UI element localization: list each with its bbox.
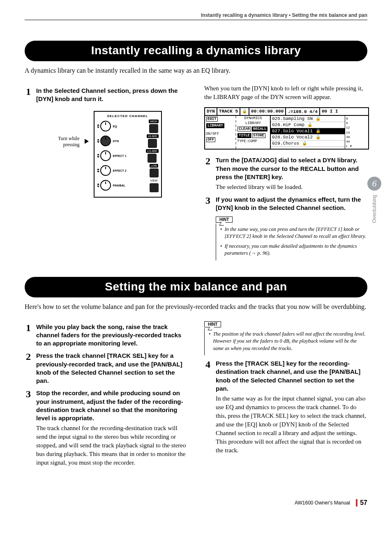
step-body: In the same way as for the input channel… — [216, 394, 367, 455]
sec2-step-1: 1 While you play back the song, raise th… — [25, 323, 188, 348]
screen-tab: OFF — [206, 137, 215, 142]
panel-row-panbal: PAN/BAL VIEW — [97, 179, 159, 192]
step-heading: In the Selected Channel section, press d… — [36, 87, 188, 104]
screen-button-store: STORE — [252, 133, 265, 138]
button-label: HIGH — [149, 120, 159, 123]
lock-icon: 🔒 — [302, 141, 307, 146]
hint-item: In the same way, you can press and turn … — [224, 226, 367, 240]
selected-channel-figure: Turn while pressing SELECTED CHANNEL EQ … — [25, 111, 188, 198]
screen-tab-selected: LIBRARY — [206, 123, 224, 128]
square-button-icon — [148, 139, 157, 148]
library-item-selected: 027.Solo Vocal1 🔒 — [271, 128, 345, 134]
step-body: The track channel for the recording-dest… — [36, 424, 188, 467]
manual-title: AW1600 Owner's Manual — [295, 500, 350, 506]
dyn-library-screen: DYN TRACK 5 🔒 00:00:00.000 ♩=108.0 4/4 0… — [204, 107, 367, 150]
sec1-step-3: 3 If you want to adjust the dynamics eff… — [204, 196, 367, 212]
hint-tag: HINT — [204, 321, 221, 327]
hint-list: The position of the track channel faders… — [204, 328, 367, 356]
knob-label: PAN/BAL — [113, 184, 126, 187]
lock-icon: 🔒 — [316, 135, 321, 140]
panel-header: SELECTED CHANNEL — [97, 114, 159, 118]
lock-icon: 🔒 — [316, 129, 321, 134]
button-label: LO-MID — [146, 149, 159, 153]
lock-icon: 🔒 — [307, 123, 312, 127]
screen-mid-title1: DYNAMICS — [236, 116, 270, 121]
section-intro-dynamics: A dynamics library can be instantly reca… — [25, 67, 367, 74]
section-title-dynamics: Instantly recalling a dynamics library — [25, 41, 367, 61]
sec1-step-2: 2 Turn the [DATA/JOG] dial to select a D… — [204, 156, 367, 181]
button-label: HI-MID — [147, 134, 158, 138]
step-body: The selected library will be loaded. — [216, 183, 367, 191]
screen-type-label: TYPE:COMP — [236, 139, 270, 144]
sec1-step-1: 1 In the Selected Channel section, press… — [25, 87, 188, 104]
step-heading: Stop the recorder, and while producing s… — [36, 389, 188, 422]
lock-icon: 🔒 — [240, 108, 249, 115]
knob-label: EFFECT 1 — [113, 154, 127, 157]
step-number: 1 — [25, 87, 32, 97]
hint-item: The position of the track channel faders… — [213, 331, 367, 352]
step-number: 4 — [204, 359, 212, 369]
hint-list: In the same way, you can press and turn … — [216, 223, 367, 260]
hint-tag: HINT — [216, 216, 233, 223]
arrow-right-icon — [85, 139, 89, 144]
square-button-icon — [148, 154, 157, 163]
screen-button-recall: RECALL — [252, 127, 267, 131]
knob-icon — [100, 180, 111, 191]
square-button-icon — [150, 183, 159, 192]
chapter-name-vertical: Overdubbing — [371, 195, 377, 223]
button-label: LOW — [150, 164, 159, 168]
knob-icon — [100, 121, 111, 131]
section-intro-mix: Here's how to set the volume balance and… — [25, 303, 367, 311]
sec2-step-4: 4 Press the [TRACK SEL] key for the reco… — [204, 359, 367, 393]
sec1-right-intro: When you turn the [DYN] knob to left or … — [204, 84, 367, 101]
page-number: 57 — [356, 499, 367, 507]
button-label: VIEW — [150, 179, 159, 182]
screen-time: 00:00:00.000 — [249, 108, 286, 115]
screen-tab: ON/OFF — [206, 132, 219, 136]
page-footer: AW1600 Owner's Manual 57 — [25, 499, 367, 507]
screen-meter-top: 00 I I — [320, 108, 340, 115]
knob-icon — [100, 165, 111, 176]
square-button-icon — [150, 168, 159, 177]
panel-row-dyn: DYN HI-MID — [97, 134, 159, 148]
screen-track: TRACK 5 — [217, 108, 240, 115]
knob-label: EFFECT 2 — [113, 169, 127, 172]
step-number: 1 — [25, 323, 32, 333]
hint-item: If necessary, you can make detailed adju… — [224, 243, 367, 257]
running-header: Instantly recalling a dynamics library •… — [25, 12, 367, 20]
step-number: 2 — [25, 352, 32, 362]
screen-button-title: TITLE — [238, 133, 251, 138]
screen-tab: EDIT — [206, 117, 218, 122]
screen-name: DYN — [205, 108, 217, 115]
figure-caption: Turn while pressing — [51, 136, 80, 148]
sec2-step-2: 2 Press the track channel [TRACK SEL] ke… — [25, 352, 188, 385]
section-title-mix: Setting the mix balance and pan — [25, 277, 367, 297]
screen-meter-scale: 0 6 12 18 30 48 L R — [345, 116, 368, 149]
library-item: 029.Chorus 🔒 — [271, 140, 345, 147]
step-number: 2 — [204, 156, 212, 166]
panel-row-effect1: EFFECT 1 LO-MID — [97, 149, 159, 163]
step-number: 3 — [204, 196, 212, 205]
square-button-icon — [149, 124, 158, 133]
knob-icon — [100, 150, 111, 161]
step-heading: If you want to adjust the dynamics effec… — [216, 196, 367, 212]
library-item: 025.Sampling SN 🔒 — [271, 116, 345, 122]
knob-icon — [100, 136, 111, 146]
library-item: 026.HiP Comp 🔒 — [271, 122, 345, 128]
step-heading: Turn the [DATA/JOG] dial to select a DYN… — [216, 156, 367, 181]
screen-mid-title2: LIBRARY — [236, 121, 270, 126]
step-heading: While you play back the song, raise the … — [36, 323, 188, 348]
selected-channel-panel: SELECTED CHANNEL EQ HIGH D — [94, 111, 162, 198]
screen-tempo: ♩=108.0 4/4 — [286, 108, 320, 115]
panel-row-effect2: EFFECT 2 LOW — [97, 164, 159, 177]
step-number: 3 — [25, 389, 32, 399]
step-heading: Press the track channel [TRACK SEL] key … — [36, 352, 188, 385]
lock-icon: 🔒 — [316, 117, 321, 121]
chapter-side-tab: 6 Overdubbing — [367, 177, 381, 223]
knob-label: DYN — [113, 140, 119, 143]
chapter-number-badge: 6 — [367, 177, 381, 191]
panel-row-eq: EQ HIGH — [97, 120, 159, 133]
library-item: 028.Solo Vocal2 🔒 — [271, 134, 345, 140]
screen-button-clear: CLEAR — [238, 127, 251, 131]
step-heading: Press the [TRACK SEL] key for the record… — [216, 359, 367, 393]
